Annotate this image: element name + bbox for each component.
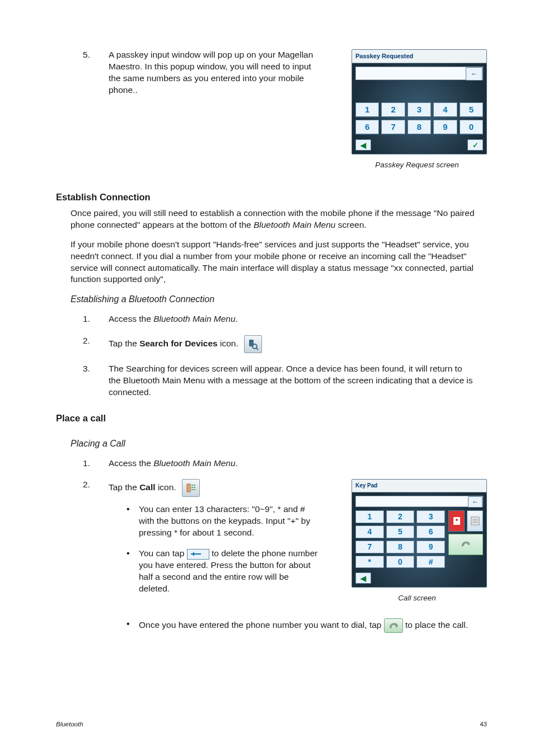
- keypad-5[interactable]: 5: [386, 525, 415, 538]
- step5-row: 5. A passkey input window will pop up on…: [56, 49, 487, 171]
- establish-step-2: 2. Tap the Search for Devices icon.: [83, 335, 474, 353]
- step-5: 5. A passkey input window will pop up on…: [83, 49, 319, 96]
- back-button[interactable]: ◀: [355, 139, 371, 151]
- key-1[interactable]: 1: [355, 102, 379, 118]
- place-call-icon[interactable]: [384, 618, 403, 633]
- keypad-9[interactable]: 9: [416, 541, 445, 553]
- call-number-field[interactable]: ←: [355, 496, 483, 507]
- key-4[interactable]: 4: [433, 102, 457, 118]
- keypad-0[interactable]: 0: [386, 556, 415, 569]
- step-text: A passkey input window will pop up on yo…: [109, 49, 319, 96]
- placecall-step-1: 1. Access the Bluetooth Main Menu.: [83, 458, 474, 469]
- key-9[interactable]: 9: [433, 120, 457, 135]
- keypad-hash[interactable]: #: [416, 556, 445, 569]
- keypad-1[interactable]: 1: [355, 510, 384, 523]
- call-screen-title: Key Pad: [352, 480, 486, 492]
- call-icon[interactable]: [182, 479, 200, 497]
- passkey-input-field[interactable]: ←: [355, 67, 483, 80]
- svg-rect-8: [194, 489, 195, 490]
- passkey-screen-thumbnail: Passkey Requested ← 1 2 3 4 5 6 7 8: [352, 49, 487, 154]
- footer-page-number: 43: [480, 720, 487, 729]
- page-footer: Bluetooth 43: [56, 720, 487, 729]
- backspace-button[interactable]: ←: [466, 67, 483, 81]
- key-2[interactable]: 2: [381, 102, 405, 118]
- svg-rect-5: [191, 487, 193, 488]
- svg-rect-6: [194, 487, 195, 488]
- keypad-3[interactable]: 3: [416, 510, 445, 523]
- passkey-keys-row-2: 6 7 8 9 0: [352, 120, 486, 137]
- keypad-2[interactable]: 2: [386, 510, 415, 523]
- call-back-button[interactable]: ◀: [355, 572, 371, 584]
- svg-point-1: [252, 344, 257, 349]
- keypad-6[interactable]: 6: [416, 525, 445, 538]
- call-screen-thumbnail: Key Pad ← 123 456 789 *0#: [352, 479, 487, 588]
- key-3[interactable]: 3: [407, 102, 431, 118]
- placecall-step-2: 2. Tap the Call icon. • You can enter 13…: [83, 479, 319, 603]
- svg-rect-3: [191, 485, 193, 486]
- ok-button[interactable]: ✓: [467, 139, 483, 151]
- key-8[interactable]: 8: [407, 120, 431, 135]
- history-button[interactable]: [467, 510, 483, 532]
- call-screen-caption: Call screen: [347, 593, 487, 603]
- keypad-4[interactable]: 4: [355, 525, 384, 538]
- keypad-star[interactable]: *: [355, 556, 384, 569]
- keypad-7[interactable]: 7: [355, 541, 384, 553]
- subheading-establishing: Establishing a Bluetooth Connection: [71, 293, 487, 306]
- establish-step-1: 1. Access the Bluetooth Main Menu.: [83, 313, 474, 325]
- passkey-keys-row-1: 1 2 3 4 5: [352, 102, 486, 120]
- svg-rect-4: [194, 485, 195, 486]
- step-number: 5.: [83, 49, 109, 96]
- placecall-bullet-1: • You can enter 13 characters: "0~9", * …: [127, 504, 319, 539]
- placecall-bullet-3: • Once you have entered the phone number…: [127, 618, 487, 633]
- delete-digit-icon[interactable]: [187, 549, 209, 560]
- heading-establish: Establish Connection: [56, 191, 487, 203]
- key-7[interactable]: 7: [381, 120, 405, 135]
- contacts-button[interactable]: [448, 510, 465, 532]
- key-5[interactable]: 5: [460, 102, 483, 118]
- establish-p1: Once paired, you will still need to esta…: [56, 208, 487, 231]
- subheading-placing: Placing a Call: [71, 438, 487, 450]
- search-devices-icon[interactable]: [244, 335, 262, 353]
- passkey-caption: Passkey Request screen: [347, 160, 487, 170]
- key-6[interactable]: 6: [355, 120, 379, 135]
- svg-point-10: [456, 519, 458, 521]
- heading-place-call: Place a call: [56, 412, 487, 424]
- passkey-screen-title: Passkey Requested: [352, 50, 486, 63]
- call-keypad: 123 456 789 *0#: [355, 510, 445, 571]
- document-page: 5. A passkey input window will pop up on…: [0, 0, 534, 756]
- key-0[interactable]: 0: [460, 120, 483, 135]
- keypad-8[interactable]: 8: [386, 541, 415, 553]
- footer-section: Bluetooth: [56, 720, 83, 729]
- call-backspace-button[interactable]: ←: [468, 496, 483, 508]
- establish-p2: If your mobile phone doesn't support "Ha…: [56, 239, 487, 286]
- dial-button[interactable]: [448, 534, 483, 555]
- svg-line-2: [256, 348, 258, 350]
- establish-step-3: 3. The Searching for devices screen will…: [83, 363, 474, 398]
- svg-rect-7: [191, 489, 193, 490]
- placecall-bullet-2: • You can tap to delete the phone number…: [127, 548, 319, 595]
